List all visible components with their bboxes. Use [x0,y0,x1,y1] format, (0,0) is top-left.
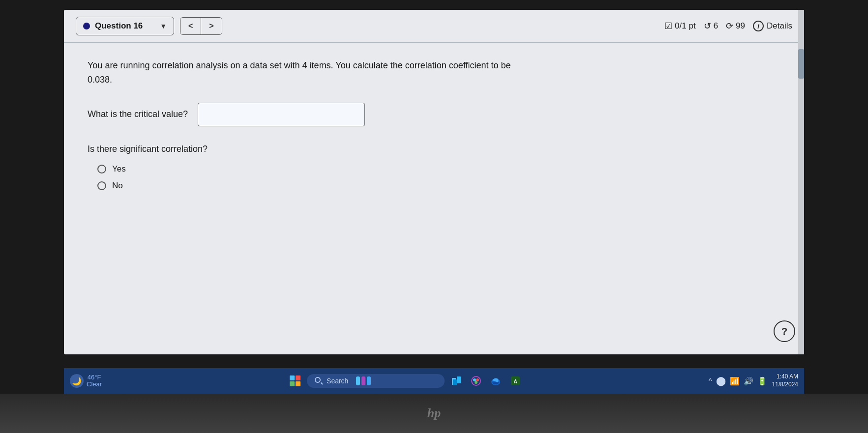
taskbar-app-button[interactable]: A [508,373,523,389]
radio-circle-yes [97,165,106,173]
nav-buttons-group: < > [180,17,222,35]
weather-condition: Clear [87,380,102,388]
next-question-button[interactable]: > [201,18,221,34]
radio-circle-no [97,181,106,190]
taskbar-right: ^ ⬤ 📶 🔊 🔋 1:40 AM 11/8/2024 [709,373,798,388]
chevron-down-icon: ▼ [160,22,167,30]
clock-date: 11/8/2024 [772,381,798,389]
question-bar: Question 16 ▼ < > ☑ 0/1 pt ↺ 6 ⟳ 99 [64,10,804,43]
score-text: 0/1 pt [675,21,696,31]
radio-option-yes[interactable]: Yes [97,164,780,174]
taskbar-edge-button[interactable] [488,373,504,389]
hp-logo: hp [427,406,441,421]
significant-correlation-label: Is there significant correlation? [88,144,780,154]
laptop-screen: Question 16 ▼ < > ☑ 0/1 pt ↺ 6 ⟳ 99 [64,10,804,354]
svg-text:A: A [513,379,517,384]
network-icon: ⬤ [716,375,726,386]
chevron-up-icon[interactable]: ^ [709,377,712,385]
help-button[interactable]: ? [774,320,795,342]
score-area: ☑ 0/1 pt ↺ 6 ⟳ 99 i Details [664,21,792,31]
system-tray: ^ ⬤ 📶 🔊 🔋 [709,375,767,386]
svg-point-4 [473,378,476,381]
temperature-text: 46°F [88,374,101,381]
windows-logo-icon [290,375,300,386]
svg-point-6 [475,381,478,384]
score-check-icon: ☑ [664,21,672,31]
weather-display: 46°F Clear [87,374,102,388]
clock-time: 1:40 AM [772,373,798,381]
start-button[interactable] [287,373,303,389]
critical-value-input[interactable] [198,103,365,126]
scrollbar-thumb[interactable] [798,49,804,79]
taskbar-colorful-button[interactable] [468,373,484,389]
svg-rect-2 [453,379,457,385]
undo-count: 6 [714,21,718,31]
quiz-content: Question 16 ▼ < > ☑ 0/1 pt ↺ 6 ⟳ 99 [64,10,804,354]
question-selector-dropdown[interactable]: Question 16 ▼ [76,17,174,35]
taskbar-files-button[interactable] [449,373,464,389]
files-icon [451,375,462,386]
details-label: Details [767,21,792,31]
wifi-icon: 📶 [730,376,740,386]
battery-icon: 🔋 [757,376,767,386]
taskbar-center: Search [106,373,705,389]
radio-option-no[interactable]: No [97,181,780,191]
critical-value-row: What is the critical value? [88,103,780,126]
question-label: Question 16 [95,21,155,31]
refresh-count: 99 [736,21,745,31]
volume-icon: 🔊 [744,376,753,386]
app-icon: A [510,375,521,386]
prev-question-button[interactable]: < [180,18,201,34]
clock-display[interactable]: 1:40 AM 11/8/2024 [772,373,798,388]
edge-icon [490,375,501,386]
undo-display: ↺ 6 [704,21,718,31]
refresh-icon: ⟳ [726,21,733,31]
radio-group-significant: Yes No [88,164,780,191]
svg-point-5 [476,378,479,381]
weather-icon: 🌙 [70,374,84,388]
question-area: You are running correlation analysis on … [64,43,804,354]
radio-label-no: No [112,181,123,191]
search-colorful-icons [356,376,371,385]
question-status-dot [83,23,90,29]
taskbar-weather: 🌙 46°F Clear [70,374,102,388]
radio-label-yes: Yes [112,164,126,174]
search-input-label: Search [327,377,348,385]
details-button[interactable]: i Details [753,21,792,31]
taskbar-search-bar[interactable]: Search [307,374,445,388]
svg-rect-1 [457,376,461,383]
laptop-bottom-bezel: hp [0,394,868,433]
scrollbar-track [798,10,804,354]
info-icon: i [753,21,764,31]
undo-icon: ↺ [704,21,711,31]
question-body-text: You are running correlation analysis on … [88,58,530,87]
refresh-display: ⟳ 99 [726,21,745,31]
critical-value-label: What is the critical value? [88,109,188,119]
taskbar: 🌙 46°F Clear Search [64,368,804,394]
score-display: ☑ 0/1 pt [664,21,696,31]
colorful-icon [471,375,481,386]
search-icon [315,377,323,385]
